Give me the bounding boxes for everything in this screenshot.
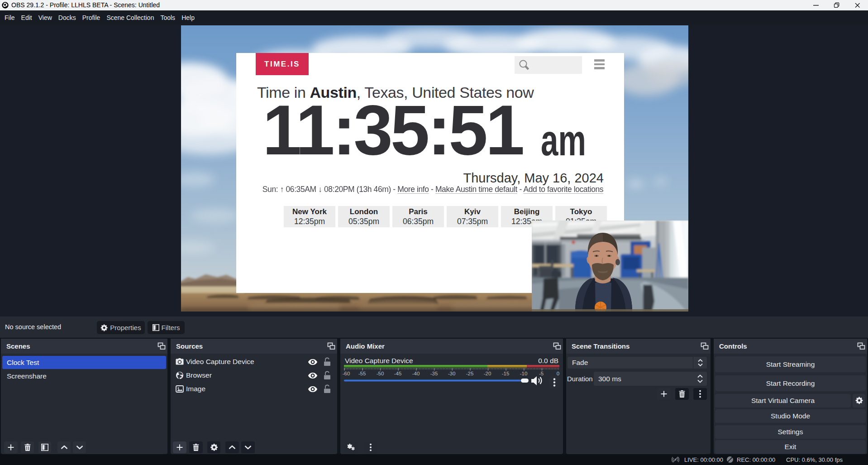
svg-text:-35: -35 [430, 371, 438, 376]
svg-text:-25: -25 [466, 371, 474, 376]
svg-text:-20: -20 [484, 371, 491, 376]
svg-text:-55: -55 [358, 371, 366, 376]
svg-text:-30: -30 [448, 371, 456, 376]
svg-text:-45: -45 [394, 371, 402, 376]
svg-text:-15: -15 [502, 371, 510, 376]
svg-text:-40: -40 [412, 371, 420, 376]
svg-text:-5: -5 [539, 371, 544, 376]
svg-text:-60: -60 [343, 371, 350, 376]
svg-text:-50: -50 [377, 371, 384, 376]
svg-text:-10: -10 [520, 371, 528, 376]
svg-text:0: 0 [557, 371, 559, 376]
